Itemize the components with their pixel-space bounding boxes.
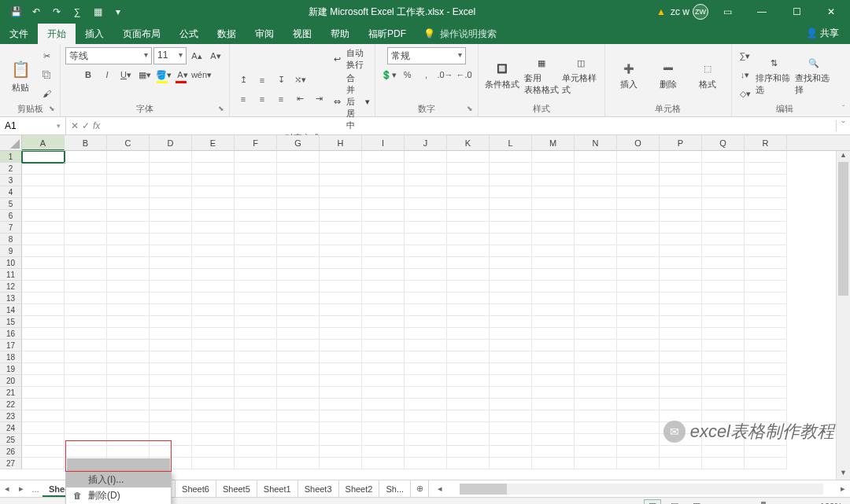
cell[interactable] [447,234,490,245]
cell[interactable] [447,304,490,316]
cell[interactable] [745,434,787,446]
cell[interactable] [320,458,362,469]
row-header[interactable]: 5 [0,198,22,210]
cell[interactable] [277,222,320,234]
cell[interactable] [490,175,532,186]
cell[interactable] [22,175,65,186]
ribbon-options-icon[interactable]: ▭ [711,0,743,24]
tab-foxit[interactable]: 福昕PDF [359,24,416,44]
cell[interactable] [447,351,490,363]
cell[interactable] [65,399,107,410]
fx-icon[interactable]: fx [93,120,100,131]
insert-cells-button[interactable]: ➕插入 [610,60,648,90]
cell[interactable] [192,387,235,399]
cell[interactable] [277,328,320,340]
tab-data[interactable]: 数据 [208,24,246,44]
sheet-tab[interactable]: Sheet6 [176,480,216,497]
cell[interactable] [575,387,617,399]
cell[interactable] [65,375,107,387]
cell[interactable] [320,175,362,186]
cell[interactable] [150,351,192,363]
cell[interactable] [192,446,235,458]
cell[interactable] [575,434,617,446]
cell[interactable] [490,269,532,281]
cell[interactable] [575,257,617,269]
sheet-tab[interactable]: Sh... [379,480,411,497]
autosum-button[interactable]: ∑▾ [737,47,754,64]
cell[interactable] [150,316,192,328]
cell[interactable] [490,375,532,387]
tab-file[interactable]: 文件 [0,24,38,44]
vertical-scrollbar[interactable]: ▲ ▼ [836,151,850,480]
cell[interactable] [532,210,575,222]
cell[interactable] [277,234,320,245]
align-bottom-icon[interactable]: ↧ [272,72,290,89]
cell[interactable] [362,434,405,446]
save-icon[interactable]: 💾 [6,2,25,21]
cell[interactable] [362,328,405,340]
column-header[interactable]: D [150,135,192,150]
cell[interactable] [532,151,575,163]
cell[interactable] [320,186,362,198]
cell[interactable] [660,163,702,175]
cell[interactable] [277,269,320,281]
cell[interactable] [277,363,320,375]
cell[interactable] [532,163,575,175]
cell[interactable] [192,186,235,198]
cell[interactable] [22,387,65,399]
cell[interactable] [362,410,405,422]
cell[interactable] [575,458,617,469]
column-header[interactable]: N [575,135,617,150]
normal-view-icon[interactable]: ▦ [644,499,661,505]
column-header[interactable]: C [107,135,150,150]
cell[interactable] [150,399,192,410]
scroll-down-icon[interactable]: ▼ [837,469,850,480]
cell[interactable] [617,458,660,469]
row-header[interactable]: 25 [0,434,22,446]
cell[interactable] [532,351,575,363]
cell[interactable] [362,198,405,210]
cell[interactable] [702,375,745,387]
number-format-select[interactable]: 常规 [387,47,466,64]
cell[interactable] [447,198,490,210]
redo-icon[interactable]: ↷ [47,2,66,21]
cell[interactable] [320,163,362,175]
cell[interactable] [405,434,447,446]
cell[interactable] [575,281,617,292]
expand-formula-bar-icon[interactable]: ˇ [836,120,850,131]
cell[interactable] [405,316,447,328]
cell[interactable] [320,387,362,399]
cell[interactable] [192,210,235,222]
cell[interactable] [575,399,617,410]
cell[interactable] [745,422,787,434]
cell[interactable] [65,163,107,175]
cell[interactable] [702,198,745,210]
cell[interactable] [192,363,235,375]
cell[interactable] [107,257,150,269]
cell[interactable] [702,340,745,351]
hscroll-right-icon[interactable]: ▸ [836,484,850,494]
cell[interactable] [532,387,575,399]
cell[interactable] [490,222,532,234]
cell[interactable] [22,351,65,363]
cell[interactable] [65,151,107,163]
cell[interactable] [660,210,702,222]
cell[interactable] [320,316,362,328]
cell[interactable] [107,163,150,175]
italic-button[interactable]: I [98,66,116,83]
cell[interactable] [532,422,575,434]
decrease-decimal-icon[interactable]: ←.0 [456,66,473,83]
cell[interactable] [447,328,490,340]
cell[interactable] [405,458,447,469]
cell[interactable] [277,340,320,351]
cell[interactable] [447,387,490,399]
cell[interactable] [277,304,320,316]
cell[interactable] [447,151,490,163]
column-header[interactable]: F [235,135,277,150]
maximize-button[interactable]: ☐ [781,0,812,24]
table-icon[interactable]: ▦ [88,2,107,21]
cell[interactable] [447,222,490,234]
cell[interactable] [617,446,660,458]
cell[interactable] [277,351,320,363]
cell[interactable] [65,304,107,316]
